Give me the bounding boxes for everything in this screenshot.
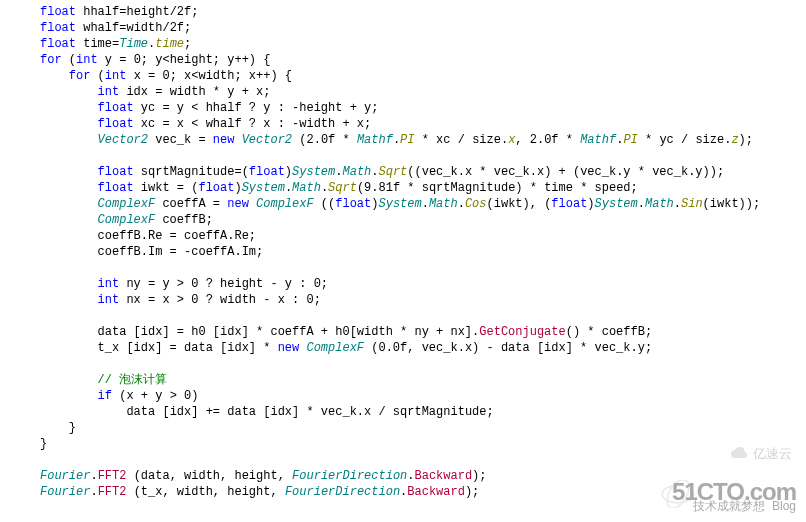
code-token: Mathf: [580, 133, 616, 147]
code-token: * yc / size.: [638, 133, 732, 147]
code-token: coeffB.Im = -coeffA.Im;: [98, 245, 264, 259]
code-token: ;: [184, 37, 191, 51]
code-token: System: [595, 197, 638, 211]
code-token: sqrtMagnitude=(: [134, 165, 249, 179]
code-token: );: [472, 469, 486, 483]
code-token: coeffA =: [155, 197, 227, 211]
code-token: data [idx] += data [idx] * vec_k.x / sqr…: [126, 405, 493, 419]
code-token: FourierDirection: [292, 469, 407, 483]
code-token: Time: [119, 37, 148, 51]
code-token: y = 0; y<height; y++) {: [98, 53, 271, 67]
code-token: (: [62, 53, 76, 67]
code-token: x = 0; x<width; x++) {: [126, 69, 292, 83]
code-token: Backward: [415, 469, 473, 483]
code-token: PI: [400, 133, 414, 147]
code-token: new: [227, 197, 249, 211]
code-token: float: [335, 197, 371, 211]
code-token: Sin: [681, 197, 703, 211]
code-token: , 2.0f *: [515, 133, 580, 147]
code-token: Backward: [407, 485, 465, 499]
code-token: (iwkt), (: [487, 197, 552, 211]
code-token: float: [40, 21, 76, 35]
code-token: Math: [292, 181, 321, 195]
code-token: idx = width * y + x;: [119, 85, 270, 99]
code-token: whalf=width/2f;: [76, 21, 191, 35]
code-token: Mathf: [357, 133, 393, 147]
watermark-alt-text: 亿速云: [753, 446, 792, 461]
code-token: nx = x > 0 ? width - x : 0;: [119, 293, 321, 307]
code-token: .: [90, 469, 97, 483]
code-token: vec_k =: [148, 133, 213, 147]
code-token: .: [90, 485, 97, 499]
code-token: float: [98, 101, 134, 115]
code-token: time=: [76, 37, 119, 51]
code-token: .: [321, 181, 328, 195]
watermark-sub-right: Blog: [772, 499, 796, 513]
code-token: .: [638, 197, 645, 211]
code-token: System: [378, 197, 421, 211]
code-token: (iwkt));: [703, 197, 761, 211]
code-token: float: [40, 37, 76, 51]
code-token: z: [731, 133, 738, 147]
code-token: }: [40, 437, 47, 451]
code-token: coeffB;: [155, 213, 213, 227]
code-token: Vector2: [98, 133, 148, 147]
code-block: float hhalf=height/2f; float whalf=width…: [0, 0, 806, 500]
code-token: int: [76, 53, 98, 67]
code-token: int: [98, 293, 120, 307]
code-token: }: [69, 421, 76, 435]
code-token: ny = y > 0 ? height - y : 0;: [119, 277, 328, 291]
code-token: Cos: [465, 197, 487, 211]
code-token: Fourier: [40, 469, 90, 483]
code-token: Math: [342, 165, 371, 179]
code-token: (0.0f, vec_k.x) - data [idx] * vec_k.y;: [364, 341, 652, 355]
svg-point-1: [663, 480, 694, 508]
code-token: xc = x < whalf ? x : -width + x;: [134, 117, 372, 131]
code-token: GetConjugate: [479, 325, 565, 339]
code-token: .: [407, 469, 414, 483]
code-token: ): [234, 181, 241, 195]
code-token: .: [371, 165, 378, 179]
watermark-logo-icon: [660, 480, 696, 508]
code-token: );: [465, 485, 479, 499]
code-token: System: [242, 181, 285, 195]
code-token: ): [285, 165, 292, 179]
code-token: (data, width, height,: [126, 469, 292, 483]
cloud-icon: [729, 446, 749, 460]
code-token: new: [213, 133, 235, 147]
code-token: float: [98, 165, 134, 179]
watermark-sub-left: 技术成就梦想: [693, 499, 765, 513]
code-token: System: [292, 165, 335, 179]
code-token: (t_x, width, height,: [126, 485, 284, 499]
code-token: for: [40, 53, 62, 67]
code-token: );: [739, 133, 753, 147]
code-token: int: [98, 277, 120, 291]
code-token: if: [98, 389, 112, 403]
code-token: int: [98, 85, 120, 99]
code-token: * xc / size.: [415, 133, 509, 147]
code-token: Vector2: [242, 133, 292, 147]
code-token: (9.81f * sqrtMagnitude) * time * speed;: [357, 181, 638, 195]
code-token: FourierDirection: [285, 485, 400, 499]
code-token: float: [198, 181, 234, 195]
code-comment: // 泡沫计算: [98, 373, 168, 387]
code-token: time: [155, 37, 184, 51]
code-token: float: [40, 5, 76, 19]
code-token: t_x [idx] = data [idx] *: [98, 341, 278, 355]
code-token: .: [422, 197, 429, 211]
code-token: ComplexF: [256, 197, 314, 211]
code-token: (x + y > 0): [112, 389, 198, 403]
code-token: for: [69, 69, 91, 83]
code-token: yc = y < hhalf ? y : -height + y;: [134, 101, 379, 115]
code-token: (: [90, 69, 104, 83]
code-token: coeffB.Re = coeffA.Re;: [98, 229, 256, 243]
code-token: float: [98, 181, 134, 195]
code-token: Sqrt: [328, 181, 357, 195]
code-token: float: [551, 197, 587, 211]
code-token: data [idx] = h0 [idx] * coeffA + h0[widt…: [98, 325, 480, 339]
code-token: .: [674, 197, 681, 211]
code-token: hhalf=height/2f;: [76, 5, 198, 19]
code-token: [249, 197, 256, 211]
code-token: Sqrt: [379, 165, 408, 179]
code-token: float: [98, 117, 134, 131]
